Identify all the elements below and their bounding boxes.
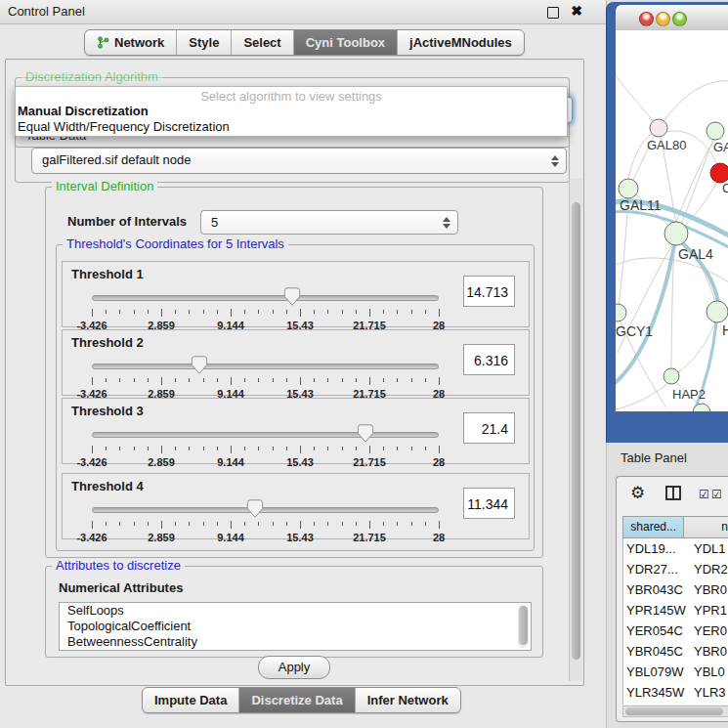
- threshold-value-field[interactable]: 21.4: [463, 412, 515, 444]
- tab-discretize-data[interactable]: Discretize Data: [239, 688, 355, 712]
- combo-stepper-icon: [551, 155, 559, 167]
- tick-mark: [314, 378, 315, 382]
- network-edge[interactable]: [619, 197, 628, 305]
- tick-label: 21.715: [353, 532, 386, 543]
- table-row[interactable]: YBR045CYBR0: [623, 641, 728, 662]
- network-edge[interactable]: [616, 383, 668, 409]
- split-columns-icon[interactable]: [665, 486, 681, 504]
- table-row[interactable]: YER054CYER0: [623, 621, 728, 641]
- network-node-hap2[interactable]: [664, 368, 679, 384]
- threshold-value-field[interactable]: 14.713: [463, 276, 515, 307]
- apply-button[interactable]: Apply: [258, 656, 330, 679]
- threshold-label: Threshold 4: [71, 479, 144, 493]
- tab-network[interactable]: Network: [85, 30, 177, 55]
- network-node-c[interactable]: [710, 163, 728, 183]
- table-data-combo[interactable]: galFiltered.sif default node: [31, 148, 567, 174]
- cell-shared-name: YDR27...: [623, 559, 686, 579]
- tick-mark: [411, 522, 412, 526]
- list-item-topologicalcoefficient[interactable]: TopologicalCoefficient: [60, 619, 531, 634]
- slider-ticks: [92, 521, 439, 530]
- network-edge[interactable]: [659, 81, 728, 128]
- network-node-h[interactable]: [707, 301, 728, 322]
- checkbox-icon[interactable]: ☑: [711, 488, 722, 501]
- tick-mark: [397, 310, 398, 314]
- scrollbar-thumb[interactable]: [519, 606, 528, 645]
- tick-mark: [300, 309, 301, 317]
- close-traffic-light-icon[interactable]: [639, 12, 654, 26]
- network-node-gal11[interactable]: [619, 179, 638, 198]
- network-node-gal80[interactable]: [650, 119, 667, 137]
- cell-shared-name: YER054C: [623, 621, 686, 641]
- slider-track[interactable]: [92, 364, 439, 369]
- table-row[interactable]: YDL19...YDL1: [623, 538, 728, 559]
- dropdown-hint: Select algorithm to view settings: [16, 89, 567, 104]
- tab-infer-network[interactable]: Infer Network: [356, 688, 460, 712]
- zoom-traffic-light-icon[interactable]: [672, 12, 687, 26]
- tab-impute-data[interactable]: Impute Data: [143, 688, 239, 712]
- table-row[interactable]: YPR145WYPR1: [623, 600, 728, 621]
- gear-icon[interactable]: ⚙: [630, 483, 645, 503]
- network-window-titlebar[interactable]: [616, 5, 728, 31]
- slider-thumb[interactable]: [192, 356, 208, 374]
- close-icon[interactable]: ✖: [571, 3, 582, 19]
- tab-label: Network: [114, 35, 164, 50]
- tick-mark: [273, 447, 274, 450]
- table-row[interactable]: YDR27...YDR2: [623, 559, 728, 579]
- scrollbar-thumb[interactable]: [572, 202, 580, 660]
- slider-thumb[interactable]: [358, 424, 374, 443]
- tab-select[interactable]: Select: [232, 30, 293, 55]
- tick-mark: [231, 377, 232, 385]
- column-header-name[interactable]: n: [684, 516, 728, 538]
- algorithm-option-manual-discretization[interactable]: Manual Discretization: [18, 104, 565, 119]
- network-node-gcy1[interactable]: [616, 304, 626, 321]
- network-edge[interactable]: [616, 69, 659, 128]
- slider-track[interactable]: [92, 432, 439, 438]
- column-header-shared-name[interactable]: shared...: [622, 516, 684, 538]
- slider-tick-labels: -3.4262.8599.14415.4321.71528: [92, 456, 439, 468]
- threshold-label: Threshold 3: [71, 404, 144, 418]
- threshold-panel-2: Threshold 2-3.4262.8599.14415.4321.71528…: [62, 329, 530, 396]
- slider-thumb[interactable]: [283, 287, 300, 306]
- list-item-selfloops[interactable]: SelfLoops: [60, 603, 531, 619]
- threshold-value-field[interactable]: 6.316: [463, 344, 515, 375]
- tick-label: 28: [433, 456, 445, 468]
- table-row[interactable]: YLR345WYLR3: [623, 682, 728, 703]
- tab-cyni-toolbox[interactable]: Cyni Toolbox: [294, 30, 398, 55]
- threshold-slider[interactable]: -3.4262.8599.14415.4321.71528: [92, 499, 439, 542]
- tick-mark: [369, 377, 370, 385]
- list-item-betweennesscentrality[interactable]: BetweennessCentrality: [60, 634, 531, 650]
- network-canvas[interactable]: GAL80GACGAL11GAL4GCY1HHAP2: [616, 30, 728, 411]
- slider-track[interactable]: [92, 507, 439, 513]
- slider-track[interactable]: [92, 295, 439, 301]
- tab-label: Discretize Data: [251, 693, 342, 707]
- table-row[interactable]: YBL079WYBL0: [623, 662, 728, 682]
- tick-mark: [148, 378, 149, 382]
- network-view-window: GAL80GACGAL11GAL4GCY1HHAP2: [606, 2, 728, 443]
- threshold-slider[interactable]: -3.4262.8599.14415.4321.71528: [92, 287, 439, 330]
- tab-jactivemnodules[interactable]: jActiveMNodules: [398, 30, 524, 55]
- table-hscrollbar[interactable]: [622, 706, 728, 717]
- attributes-scrollbar[interactable]: [518, 605, 529, 648]
- threshold-slider[interactable]: -3.4262.8599.14415.4321.71528: [92, 356, 439, 399]
- float-window-icon[interactable]: [547, 7, 559, 19]
- panel-scrollbar[interactable]: [569, 179, 582, 681]
- threshold-value-field[interactable]: 11.344: [463, 488, 515, 519]
- threshold-slider[interactable]: -3.4262.8599.14415.4321.71528: [92, 424, 439, 467]
- slider-thumb[interactable]: [246, 499, 263, 518]
- checkbox-icon[interactable]: ☑: [699, 488, 709, 501]
- tab-style[interactable]: Style: [177, 30, 232, 55]
- table-row[interactable]: YIL052CYIL0: [623, 703, 728, 705]
- cell-shared-name: YPR145W: [623, 600, 686, 621]
- table-row[interactable]: YBR043CYBR0: [623, 579, 728, 600]
- scrollbar-thumb[interactable]: [625, 707, 723, 715]
- algorithm-option-equal-width-frequency-discretization[interactable]: Equal Width/Frequency Discretization: [18, 119, 565, 135]
- network-node-ga[interactable]: [707, 122, 724, 140]
- network-node-gal4[interactable]: [664, 222, 688, 245]
- tick-mark: [244, 310, 245, 314]
- tick-mark: [356, 522, 357, 526]
- tick-mark: [342, 378, 343, 382]
- minimize-traffic-light-icon[interactable]: [656, 12, 670, 26]
- tick-mark: [327, 378, 328, 382]
- num-intervals-combo[interactable]: 5: [200, 210, 458, 235]
- attributes-list[interactable]: SelfLoopsTopologicalCoefficientBetweenne…: [59, 602, 532, 651]
